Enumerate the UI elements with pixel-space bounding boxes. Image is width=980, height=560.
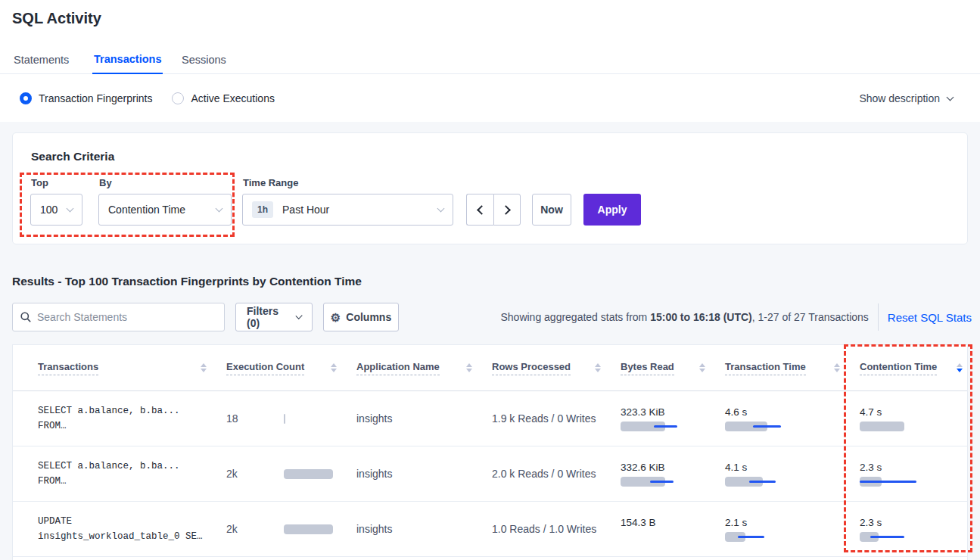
sort-icon[interactable] [834,363,840,372]
filters-button[interactable]: Filters (0) [235,303,313,331]
radio-active-executions[interactable]: Active Executions [172,92,275,104]
contention-time-cell: 2.3 s [860,462,967,487]
contention-time-value: 2.3 s [860,462,967,473]
chevron-down-icon [437,204,445,212]
search-statements-box[interactable] [12,303,225,331]
search-statements-input[interactable] [37,311,216,323]
bytes-read-value: 154.3 B [621,517,725,528]
next-time-button[interactable] [493,194,521,226]
radio-unselected-icon[interactable] [172,92,184,104]
tab-transactions[interactable]: Transactions [92,45,163,74]
column-header-rows-processed[interactable]: Rows Processed [492,361,621,375]
transaction-time-bar [725,532,808,542]
tab-statements[interactable]: Statements [12,45,70,74]
bytes-read-bar [621,422,704,431]
stats-area: Showing aggregated stats from 15:00 to 1… [500,303,972,331]
execution-count-value: 2k [226,523,284,535]
contention-time-value: 2.3 s [860,517,967,528]
column-header-contention-time[interactable]: Contention Time [860,361,967,375]
chevron-down-icon [947,93,954,101]
contention-time-value: 4.7 s [860,406,967,418]
transaction-fingerprint-link[interactable]: SELECT a.balance, b.ba...FROM… [38,403,226,434]
transactions-table: Transactions Execution Count Application… [12,344,968,560]
bytes-read-value: 323.3 KiB [621,406,725,418]
radio-transaction-fingerprints[interactable]: Transaction Fingerprints [20,92,152,104]
apply-button[interactable]: Apply [583,194,641,226]
table-row[interactable]: SELECT a.balance, b.ba...FROM… 18 insigh… [13,391,967,446]
radio-label: Active Executions [191,92,275,104]
column-label: Rows Processed [492,361,571,375]
execution-count-bar [284,414,344,424]
rows-processed-cell: 2.0 k Reads / 0 Writes [492,468,621,480]
bytes-read-cell: 332.6 KiB [621,462,725,487]
table-row[interactable]: SELECT a.balance, b.ba...FROM… 2k insigh… [13,446,967,502]
execution-count-bar [284,469,344,479]
results-heading: Results - Top 100 Transaction Fingerprin… [12,275,362,288]
sort-icon[interactable] [595,363,601,372]
bytes-read-value: 332.6 KiB [621,462,725,473]
transaction-time-cell: 2.1 s [725,517,860,542]
column-header-transaction-time[interactable]: Transaction Time [725,361,860,375]
reset-sql-stats-link[interactable]: Reset SQL Stats [888,311,972,324]
transaction-fingerprint-link[interactable]: SELECT a.balance, b.ba...FROM… [38,459,226,489]
column-label: Transaction Time [725,361,806,375]
search-criteria-card: Search Criteria Top 100 By Contention Ti… [12,132,968,244]
sort-icon[interactable] [201,363,207,372]
column-header-transactions[interactable]: Transactions [38,361,226,375]
tab-sessions[interactable]: Sessions [180,45,228,74]
sort-icon[interactable] [331,363,337,372]
now-button[interactable]: Now [532,194,571,226]
execution-count-bar [284,524,344,534]
application-name-cell: insights [356,523,492,535]
rows-processed-cell: 1.0 Reads / 1.0 Writes [492,523,621,535]
column-header-application-name[interactable]: Application Name [356,361,492,375]
column-label: Transactions [38,361,98,375]
search-icon [20,312,31,322]
column-header-bytes-read[interactable]: Bytes Read [621,361,725,375]
bytes-read-bar [621,532,704,542]
transaction-time-cell: 4.6 s [725,406,860,431]
transaction-fingerprint-link[interactable]: UPDATEinsights_workload_table_0 SE… [38,514,226,544]
radio-selected-icon[interactable] [20,92,32,104]
by-label: By [99,177,112,188]
view-toggle-band: Transaction Fingerprints Active Executio… [0,75,980,122]
bytes-read-cell: 154.3 B [621,517,725,542]
sort-icon[interactable] [466,363,472,372]
transaction-time-value: 4.6 s [725,406,860,418]
execution-count-value: 2k [226,468,284,480]
prev-time-button[interactable] [466,194,493,226]
columns-button[interactable]: ⚙ Columns [323,303,399,331]
execution-count-cell: 18 [226,412,356,425]
show-description-toggle[interactable]: Show description [859,75,953,122]
column-label: Bytes Read [621,361,674,375]
execution-count-cell: 2k [226,523,356,535]
search-criteria-title: Search Criteria [31,150,114,163]
chevron-down-icon [216,204,223,212]
time-range-badge: 1h [252,201,273,218]
bytes-read-bar [621,477,704,487]
chevron-left-icon [477,205,487,215]
chevron-right-icon [501,205,511,215]
top-label: Top [31,177,48,188]
column-label: Contention Time [860,361,937,375]
tab-bar: Statements Transactions Sessions [0,45,980,74]
time-range-select[interactable]: 1h Past Hour [242,194,453,226]
column-label: Application Name [356,361,440,375]
contention-time-bar [860,477,943,487]
chevron-down-icon [295,312,303,319]
by-select[interactable]: Contention Time [98,194,232,226]
sort-icon-desc-active[interactable] [957,363,963,372]
contention-time-cell: 2.3 s [860,517,967,542]
table-header-row: Transactions Execution Count Application… [13,345,967,391]
top-select[interactable]: 100 [30,194,82,226]
rows-processed-cell: 1.9 k Reads / 0 Writes [492,412,621,425]
table-row[interactable]: UPDATEinsights_workload_table_0 SE… 2k i… [13,502,967,557]
contention-time-cell: 4.7 s [860,406,967,431]
time-range-step-group [466,194,521,226]
sort-icon[interactable] [699,363,705,372]
column-label: Execution Count [226,361,304,375]
by-select-value: Contention Time [108,204,185,216]
column-header-execution-count[interactable]: Execution Count [226,361,356,375]
transaction-time-bar [725,422,808,431]
application-name-cell: insights [356,412,492,425]
